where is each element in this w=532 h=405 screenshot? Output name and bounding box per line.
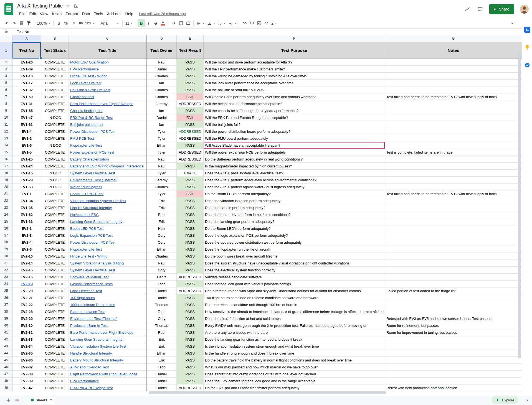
- functions-button[interactable]: Σ: [270, 19, 278, 27]
- title-cell[interactable]: Power Distribution PCB Test: [69, 128, 147, 135]
- test-title-link[interactable]: Gimbal Performance Tests: [70, 282, 113, 286]
- row-number[interactable]: 14: [0, 142, 12, 149]
- test-title-link[interactable]: Vibration Isolation System Life Test: [70, 199, 126, 203]
- owner-cell[interactable]: Erik: [147, 336, 177, 343]
- test-title-link[interactable]: Flight Performance with Ring Lever Loose: [70, 372, 137, 376]
- status-cell[interactable]: COMPLETE: [41, 350, 69, 357]
- notes-cell[interactable]: [385, 294, 522, 301]
- test-title-link[interactable]: Chassis loading test: [70, 109, 102, 113]
- title-cell[interactable]: Vibration Isolation System Life Test: [69, 197, 147, 204]
- row-number[interactable]: 12: [0, 128, 12, 135]
- owner-cell[interactable]: Erik: [147, 357, 177, 364]
- title-cell[interactable]: Water / dust ingress: [69, 184, 147, 190]
- result-cell[interactable]: PASS: [177, 59, 204, 66]
- no-cell[interactable]: EV1-39: [12, 66, 41, 73]
- status-cell[interactable]: COMPLETE: [41, 364, 69, 371]
- test-title-link[interactable]: System Level Electrical Test: [70, 268, 115, 272]
- title-cell[interactable]: System Level Electrical Test: [69, 267, 147, 274]
- notes-cell[interactable]: [385, 364, 522, 371]
- test-title-link[interactable]: Flopdapter Life Test: [70, 247, 102, 251]
- owner-cell[interactable]: Thomas: [147, 322, 177, 329]
- owner-cell[interactable]: Daniel: [147, 294, 177, 301]
- notes-cell[interactable]: Test failed and needs to be retested at …: [385, 93, 522, 100]
- owner-cell[interactable]: Charles: [147, 253, 177, 260]
- notes-cell[interactable]: [385, 163, 522, 170]
- row-number[interactable]: 1: [0, 42, 12, 59]
- owner-cell[interactable]: Cory: [147, 232, 177, 239]
- row-number[interactable]: 7: [0, 93, 12, 100]
- result-cell[interactable]: PASS: [177, 107, 204, 114]
- title-cell[interactable]: Land Detection Test: [69, 287, 147, 294]
- purpose-cell[interactable]: Does the electrical system function corr…: [204, 267, 385, 274]
- test-title-link[interactable]: Battery Mount Structural Integrity: [70, 358, 123, 362]
- purpose-cell[interactable]: Will the FMU board perform adequately: [204, 135, 385, 142]
- no-cell[interactable]: EV1-17: [12, 80, 41, 86]
- owner-cell[interactable]: Tyler: [147, 135, 177, 142]
- last-edit-status[interactable]: Last edit was 28 minutes ago: [139, 12, 186, 16]
- title-cell[interactable]: Logic Expansion PCB Test: [69, 232, 147, 239]
- title-cell[interactable]: Power Distribution PCB Test: [69, 239, 147, 246]
- horizontal-scrollbar-thumb[interactable]: [149, 391, 386, 394]
- percent-format-button[interactable]: %: [62, 19, 70, 27]
- no-cell[interactable]: EV2-4: [12, 239, 41, 246]
- test-title-link[interactable]: Blade Imbalance Test: [70, 310, 105, 314]
- decrease-decimal-button[interactable]: .0: [70, 19, 77, 27]
- row-number[interactable]: 37: [0, 301, 12, 308]
- no-cell[interactable]: EV2-33: [12, 336, 41, 343]
- status-cell[interactable]: COMPLETE: [41, 121, 69, 128]
- purpose-cell[interactable]: Will Charlie Bolts perform adequately ov…: [204, 93, 385, 100]
- row-number[interactable]: 10: [0, 114, 12, 121]
- status-cell[interactable]: IN DOC: [41, 170, 69, 177]
- owner-cell[interactable]: Deniz: [147, 274, 177, 281]
- result-cell[interactable]: TRIAGE: [177, 170, 204, 177]
- owner-cell[interactable]: Tyler: [147, 170, 177, 177]
- merge-cells-button[interactable]: [184, 19, 192, 27]
- no-cell[interactable]: EV2-38: [12, 371, 41, 378]
- test-title-link[interactable]: 100 flight hours: [70, 296, 95, 300]
- row-number[interactable]: 47: [0, 371, 12, 378]
- no-cell[interactable]: EV2-34: [12, 343, 41, 350]
- select-all-corner[interactable]: [0, 35, 12, 42]
- test-title-link[interactable]: Charliebolt test: [70, 95, 94, 99]
- notes-cell[interactable]: Test is complete, failed items are in tr…: [385, 149, 522, 156]
- no-cell[interactable]: EV2-36: [12, 357, 41, 364]
- result-cell[interactable]: PASS: [177, 329, 204, 336]
- notes-cell[interactable]: [385, 371, 522, 378]
- status-cell[interactable]: COMPLETE: [41, 371, 69, 378]
- result-cell[interactable]: PASS: [177, 225, 204, 232]
- notes-cell[interactable]: Retest with new production antenna locat…: [385, 384, 522, 391]
- purpose-cell[interactable]: Does the vibration isolation perform ade…: [204, 197, 385, 204]
- test-title-link[interactable]: Hinge Life Test - Wiring: [70, 74, 107, 78]
- row-number[interactable]: 30: [0, 253, 12, 260]
- undo-button[interactable]: ↶: [3, 19, 11, 27]
- title-cell[interactable]: Hinge Life Test - Wiring: [69, 253, 147, 260]
- owner-cell[interactable]: Charles: [147, 184, 177, 190]
- result-cell[interactable]: PASS: [177, 364, 204, 371]
- title-cell[interactable]: Flight Performance with Ring Lever Loose: [69, 371, 147, 378]
- test-title-link[interactable]: Power Expansion PCB Test: [70, 150, 114, 154]
- status-cell[interactable]: COMPLETE: [41, 267, 69, 274]
- strikethrough-button[interactable]: S: [152, 19, 159, 27]
- insert-link-button[interactable]: [241, 19, 248, 27]
- activity-chart-icon[interactable]: [464, 6, 471, 13]
- status-cell[interactable]: COMPLETE: [41, 274, 69, 281]
- notes-cell[interactable]: [385, 204, 522, 211]
- status-cell[interactable]: COMPLETE: [41, 343, 69, 350]
- status-cell[interactable]: COMPLETE: [41, 80, 69, 86]
- status-cell[interactable]: COMPLETE: [41, 246, 69, 253]
- status-cell[interactable]: COMPLETE: [41, 378, 69, 384]
- add-sheet-button[interactable]: +: [4, 396, 13, 404]
- column-header-D[interactable]: D: [147, 35, 177, 42]
- purpose-cell[interactable]: Does the updated power distribution test…: [204, 239, 385, 246]
- header-cell-status[interactable]: Test Status: [41, 42, 69, 59]
- notes-cell[interactable]: Test failed and needs to be retested at …: [385, 190, 522, 197]
- test-no-link[interactable]: EV2-19: [21, 282, 32, 286]
- title-cell[interactable]: Battery Mount Structural Integrity: [69, 357, 147, 364]
- result-cell[interactable]: ADDRESSED: [177, 100, 204, 107]
- row-number[interactable]: 32: [0, 267, 12, 274]
- result-cell[interactable]: PASS: [177, 260, 204, 267]
- notes-cell[interactable]: [385, 73, 522, 80]
- row-number[interactable]: 38: [0, 308, 12, 315]
- purpose-cell[interactable]: 100 flight hours combined on release can…: [204, 294, 385, 301]
- test-title-link[interactable]: Water / dust ingress: [70, 185, 102, 189]
